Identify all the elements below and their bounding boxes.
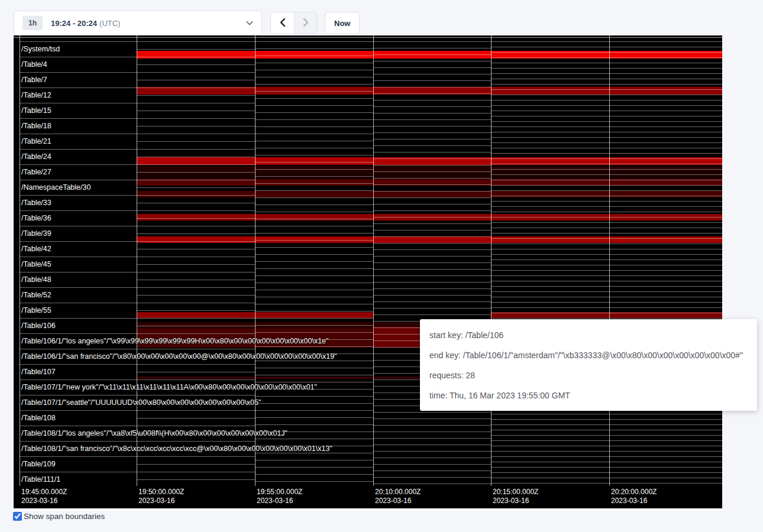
heat-band bbox=[137, 236, 722, 243]
span-boundary-lines bbox=[609, 41, 722, 487]
row-label: /Table/108 bbox=[21, 414, 56, 422]
tooltip-time: time: Thu, 16 Mar 2023 19:55:00 GMT bbox=[429, 385, 748, 406]
tick-time: 20:10:00.000Z bbox=[375, 488, 421, 496]
row-label: /Table/24 bbox=[21, 153, 51, 161]
chevron-right-icon bbox=[302, 18, 310, 29]
time-gridline bbox=[137, 35, 137, 486]
range-nav-group bbox=[270, 12, 318, 34]
canvas-footer: Show span boundaries bbox=[13, 512, 105, 521]
chevron-down-icon bbox=[246, 21, 253, 25]
heat-band bbox=[137, 157, 722, 165]
x-axis-layer: 19:45:00.000Z2023-03-1619:50:00.000Z2023… bbox=[14, 35, 722, 508]
span-boundary-lines bbox=[255, 41, 373, 487]
tick-date: 2023-03-16 bbox=[138, 497, 184, 505]
row-label: /Table/45 bbox=[21, 260, 51, 268]
span-boundary-lines bbox=[137, 41, 255, 487]
time-gridline bbox=[255, 35, 256, 486]
chevron-left-icon bbox=[279, 18, 287, 29]
time-range-select[interactable]: 1h 19:24 - 20:24(UTC) bbox=[14, 11, 262, 35]
row-label: /Table/42 bbox=[21, 245, 51, 253]
tick-date: 2023-03-16 bbox=[21, 497, 67, 505]
heat-band bbox=[137, 312, 373, 318]
x-axis-tick-label: 20:15:00.000Z2023-03-16 bbox=[493, 488, 538, 505]
tooltip-end-key: end key: /Table/106/1/"amsterdam"/"\xb33… bbox=[429, 345, 748, 365]
row-label: /Table/15 bbox=[21, 106, 51, 115]
row-label: /Table/27 bbox=[21, 168, 51, 176]
row-label: /Table/33 bbox=[21, 199, 51, 207]
heat-band bbox=[491, 312, 722, 318]
time-gridline bbox=[373, 35, 374, 486]
x-axis-tick-label: 20:20:00.000Z2023-03-16 bbox=[611, 488, 657, 505]
row-label: /Table/111/1 bbox=[21, 475, 60, 484]
range-timezone: (UTC) bbox=[99, 19, 120, 28]
key-visualizer-page: 1h 19:24 - 20:24(UTC) Now bbox=[0, 0, 763, 532]
tick-date: 2023-03-16 bbox=[611, 497, 657, 505]
row-label: /Table/48 bbox=[21, 275, 51, 284]
row-label: /Table/106/1/"san francisco"/"\x80\x00\x… bbox=[21, 352, 337, 361]
tick-time: 19:55:00.000Z bbox=[257, 488, 302, 496]
span-boundary-lines bbox=[373, 41, 491, 487]
row-label: /Table/36 bbox=[21, 214, 51, 222]
x-axis-tick-label: 19:50:00.000Z2023-03-16 bbox=[138, 488, 184, 505]
tick-date: 2023-03-16 bbox=[493, 497, 538, 505]
row-label: /Table/107/1/"new york"/"\x11\x11\x11\x1… bbox=[21, 383, 317, 391]
tick-time: 20:20:00.000Z bbox=[611, 488, 657, 496]
range-text: 19:24 - 20:24(UTC) bbox=[51, 19, 120, 28]
tick-date: 2023-03-16 bbox=[257, 497, 302, 505]
row-label: /Table/21 bbox=[21, 137, 51, 145]
row-label: /Table/12 bbox=[21, 91, 51, 99]
prev-range-button[interactable] bbox=[271, 12, 294, 34]
row-label: /Table/108/1/"los angeles"/"\xa8\xf5\u00… bbox=[21, 429, 287, 437]
row-label: /Table/109 bbox=[21, 460, 56, 468]
row-label: /Table/7 bbox=[21, 76, 47, 84]
heat-bands-layer bbox=[14, 35, 722, 508]
time-gridline bbox=[20, 35, 20, 486]
heat-band bbox=[137, 179, 722, 186]
time-gridline bbox=[491, 35, 492, 486]
row-label: /Table/4 bbox=[21, 60, 47, 69]
row-label: /Table/52 bbox=[21, 291, 51, 299]
show-span-boundaries-checkbox[interactable] bbox=[13, 512, 22, 521]
x-axis-tick-label: 19:45:00.000Z2023-03-16 bbox=[21, 488, 67, 505]
row-label: /Table/39 bbox=[21, 229, 51, 238]
heat-band bbox=[137, 166, 722, 173]
row-label: /Table/55 bbox=[21, 306, 51, 314]
tooltip-start-key: start key: /Table/106 bbox=[429, 325, 748, 345]
row-label: /Table/106 bbox=[21, 322, 56, 330]
row-label: /Table/107/1/"seattle"/"UUUUUUD\x00\x80\… bbox=[21, 398, 261, 407]
row-label: /NamespaceTable/30 bbox=[21, 183, 90, 192]
range-duration-badge: 1h bbox=[22, 16, 43, 30]
x-axis-tick-label: 20:10:00.000Z2023-03-16 bbox=[375, 488, 421, 505]
tick-time: 19:50:00.000Z bbox=[138, 488, 184, 496]
heat-band bbox=[137, 191, 722, 197]
next-range-button[interactable] bbox=[294, 12, 317, 34]
key-visualizer-canvas[interactable]: /System/tsd/Table/4/Table/7/Table/12/Tab… bbox=[14, 35, 722, 508]
time-toolbar: 1h 19:24 - 20:24(UTC) Now bbox=[14, 11, 360, 35]
row-label: /Table/106/1/"los angeles"/"\x99\x99\x99… bbox=[21, 337, 328, 345]
heat-band bbox=[137, 329, 373, 348]
heat-band bbox=[137, 214, 722, 220]
row-label: /Table/18 bbox=[21, 122, 51, 130]
heat-band bbox=[137, 173, 722, 179]
row-labels-layer: /System/tsd/Table/4/Table/7/Table/12/Tab… bbox=[14, 35, 722, 508]
tick-time: 19:45:00.000Z bbox=[21, 488, 67, 496]
time-gridlines-layer bbox=[14, 35, 722, 508]
top-span-boundary-line bbox=[14, 37, 722, 38]
heat-band bbox=[137, 87, 722, 95]
row-label: /System/tsd bbox=[21, 45, 60, 53]
span-boundaries-layer bbox=[14, 35, 722, 508]
x-axis-tick-label: 19:55:00.000Z2023-03-16 bbox=[257, 488, 302, 505]
tick-time: 20:15:00.000Z bbox=[493, 488, 538, 496]
heat-band bbox=[137, 51, 722, 59]
hover-tooltip: start key: /Table/106 end key: /Table/10… bbox=[420, 319, 757, 411]
row-label: /Table/107 bbox=[21, 368, 56, 376]
show-span-boundaries-label[interactable]: Show span boundaries bbox=[24, 512, 105, 521]
tooltip-requests: requests: 28 bbox=[429, 365, 748, 385]
row-label: /Table/108/1/"san francisco"/"\x8c\xcc\x… bbox=[21, 445, 332, 453]
time-gridline bbox=[609, 35, 610, 486]
now-button[interactable]: Now bbox=[325, 12, 360, 34]
span-boundary-lines bbox=[20, 41, 137, 487]
tick-date: 2023-03-16 bbox=[375, 497, 421, 505]
span-boundary-lines bbox=[491, 41, 609, 487]
